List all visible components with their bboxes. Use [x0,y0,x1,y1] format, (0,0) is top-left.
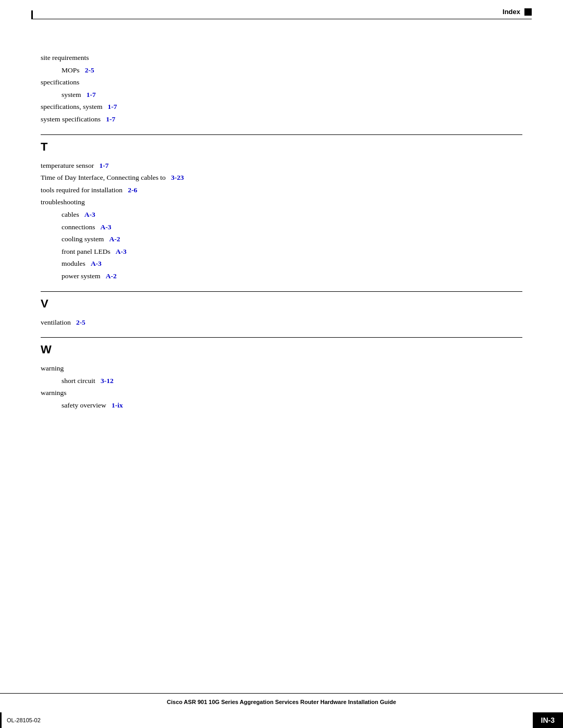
link-connections[interactable]: A-3 [101,223,112,231]
entry-system-spec: system 1-7 [41,89,522,101]
entry-cables: cables A-3 [41,209,522,220]
link-specifications-system[interactable]: 1-7 [108,103,117,110]
entry-mops: MOPs 2-5 [41,65,522,76]
entry-cooling-system: cooling system A-2 [41,233,522,245]
entry-tools-required: tools required for installation 2-6 [41,184,522,196]
v-section: ventilation 2-5 [41,317,522,328]
footer-top-line [0,693,563,694]
list-item: ventilation 2-5 [41,317,522,328]
link-safety-overview[interactable]: 1-ix [112,401,123,409]
t-section-letter: T [41,140,522,154]
entry-warning: warning [41,363,522,374]
list-item: system specifications 1-7 [41,114,522,125]
footer-bottom-area: OL-28105-02 IN-3 [0,712,563,728]
w-section-divider [41,337,522,338]
w-section: warning short circuit 3-12 warnings safe… [41,363,522,411]
footer-page-box: IN-3 [533,712,563,728]
entry-short-circuit: short circuit 3-12 [41,375,522,387]
link-system-specifications[interactable]: 1-7 [106,115,115,123]
t-section-divider [41,134,522,135]
entry-power-system: power system A-2 [41,270,522,282]
entry-modules: modules A-3 [41,258,522,269]
list-item: specifications, system 1-7 [41,101,522,113]
v-section-letter: V [41,297,522,311]
entry-system-specifications: system specifications 1-7 [41,114,522,125]
footer-content: Cisco ASR 901 10G Series Aggregation Ser… [0,697,563,707]
list-item: tools required for installation 2-6 [41,184,522,196]
top-border-line [31,19,532,19]
entry-front-panel-leds: front panel LEDs A-3 [41,246,522,257]
main-content: site requirements MOPs 2-5 specification… [41,52,522,416]
entry-specifications: specifications [41,77,522,88]
link-cooling-system[interactable]: A-2 [109,235,120,243]
link-system-spec[interactable]: 1-7 [87,91,96,98]
footer-center-text: Cisco ASR 901 10G Series Aggregation Ser… [167,699,396,705]
link-time-of-day[interactable]: 3-23 [171,174,184,181]
header: Index [503,8,532,16]
entry-specifications-system: specifications, system 1-7 [41,101,522,113]
list-item: specifications system 1-7 [41,77,522,100]
entry-troubleshooting: troubleshooting [41,196,522,208]
entry-warnings: warnings [41,387,522,399]
footer-page-number: IN-3 [541,716,555,724]
s-section-continued: site requirements MOPs 2-5 specification… [41,52,522,125]
list-item: warnings safety overview 1-ix [41,387,522,411]
link-modules[interactable]: A-3 [91,260,102,267]
left-top-bar [31,10,33,19]
link-ventilation[interactable]: 2-5 [76,318,85,326]
link-temperature-sensor[interactable]: 1-7 [99,162,108,169]
header-index-label: Index [503,8,520,16]
entry-temperature-sensor: temperature sensor 1-7 [41,160,522,171]
list-item: site requirements MOPs 2-5 [41,52,522,76]
entry-ventilation: ventilation 2-5 [41,317,522,328]
list-item: troubleshooting cables A-3 connections A… [41,196,522,281]
link-front-panel-leds[interactable]: A-3 [116,248,127,255]
list-item: temperature sensor 1-7 [41,160,522,171]
entry-site-requirements: site requirements [41,52,522,64]
link-short-circuit[interactable]: 3-12 [101,377,114,385]
link-cables[interactable]: A-3 [84,211,95,218]
list-item: Time of Day Interface, Connecting cables… [41,172,522,183]
footer: Cisco ASR 901 10G Series Aggregation Ser… [0,693,563,707]
page-container: Index site requirements MOPs 2-5 specifi… [0,0,563,728]
list-item: warning short circuit 3-12 [41,363,522,386]
entry-safety-overview: safety overview 1-ix [41,400,522,411]
link-power-system[interactable]: A-2 [106,272,117,280]
link-mops[interactable]: 2-5 [85,66,94,74]
entry-connections: connections A-3 [41,221,522,233]
header-black-square [524,8,532,16]
entry-time-of-day: Time of Day Interface, Connecting cables… [41,172,522,183]
link-tools-required[interactable]: 2-6 [128,186,137,194]
footer-doc-number: OL-28105-02 [2,717,533,723]
t-section: temperature sensor 1-7 Time of Day Inter… [41,160,522,282]
v-section-divider [41,291,522,292]
w-section-letter: W [41,343,522,356]
